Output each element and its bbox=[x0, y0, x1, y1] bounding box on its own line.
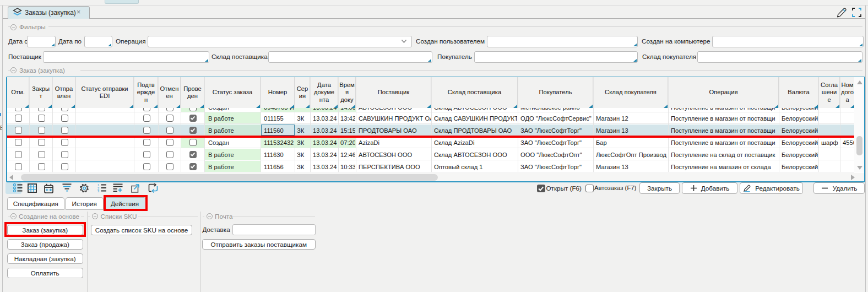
svg-text:3: 3 bbox=[97, 190, 100, 192]
